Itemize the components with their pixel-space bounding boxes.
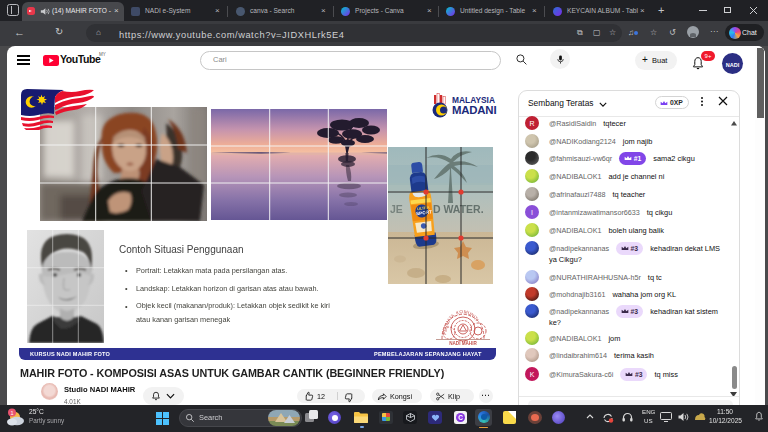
- svg-text:NADI MAHIR: NADI MAHIR: [449, 341, 477, 346]
- svg-text:D WATER.: D WATER.: [433, 203, 484, 215]
- svg-text:JE: JE: [390, 203, 403, 215]
- svg-text:1: 1: [10, 410, 13, 416]
- svg-text:MADANI: MADANI: [452, 104, 496, 116]
